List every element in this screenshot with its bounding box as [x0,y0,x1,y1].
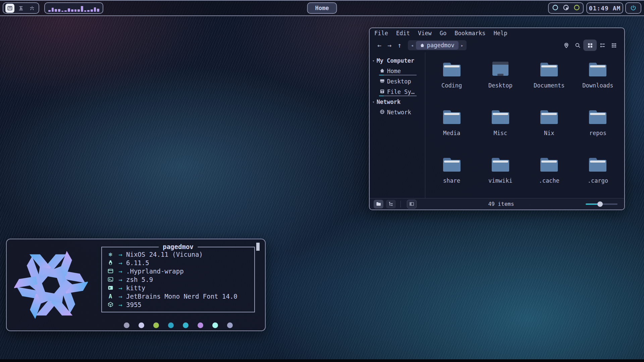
zoom-slider-knob[interactable] [597,201,603,207]
visualizer-bar-8 [74,9,77,12]
folder-label: Media [443,130,460,136]
power-icon [630,5,637,11]
folder-desktop[interactable]: Desktop [476,57,525,105]
folder-share[interactable]: share [427,152,476,200]
visualizer-bar-9 [77,9,80,12]
sidebar-item-desktop[interactable]: Desktop [370,76,425,86]
font-icon: A [106,293,115,300]
path-scroll-left-icon[interactable]: ◂ [409,43,416,48]
folder-label: Coding [441,82,462,89]
menu-view[interactable]: View [418,30,432,37]
terminal-color-palette [101,322,255,328]
menu-bookmarks[interactable]: Bookmarks [454,30,485,37]
path-bar: ◂ pagedmov ▸ [408,40,467,50]
folder-repos[interactable]: repos [574,105,622,152]
shell-icon [106,277,115,282]
fetch-row-wm: →.Hyprland-wrapp [106,267,254,275]
folder-icon [442,105,462,126]
wm-icon [106,268,115,274]
compact-view-button[interactable] [608,40,620,51]
toggle-sidepane-button[interactable] [407,200,417,208]
nixos-logo [14,248,88,322]
workspace-六[interactable] [28,4,37,13]
breadcrumb[interactable]: pagedmov [416,41,459,50]
sidebar-item-filesy[interactable]: File Sy… [370,86,425,97]
hostname: pagedmov [159,243,198,250]
folder-downloads[interactable]: Downloads [574,57,622,105]
items-count: 49 items [419,201,583,207]
arrow-icon: → [115,259,126,266]
fetch-row-shell: →zsh 5.9 [106,275,254,284]
path-scroll-right-icon[interactable]: ▸ [459,43,466,48]
status-bar: 49 items [370,198,624,209]
tree-pane-button[interactable] [386,200,396,208]
sidebar-section-my-computer[interactable]: ▾My Computer [370,56,425,66]
sidebar-section-network[interactable]: ▾Network [370,97,425,107]
folder-dot-cargo[interactable]: .cargo [574,152,622,200]
terminal-window[interactable]: pagedmov ❄→NixOS 24.11 (Vicuna)→6.11.5→.… [6,239,266,331]
list-view-button[interactable] [597,40,608,51]
tray-ring-cyan[interactable] [552,4,558,12]
folder-documents[interactable]: Documents [525,57,574,105]
kernel-icon [106,260,115,265]
fetch-row-term: →kitty [106,284,254,292]
folder-icon [442,57,462,78]
forward-button[interactable]: → [384,41,394,49]
arrow-icon: → [115,251,126,258]
nix-icon: ❄ [106,251,115,258]
folder-misc[interactable]: Misc [476,105,525,152]
power-button[interactable] [625,2,641,14]
up-button[interactable]: ↑ [394,41,405,49]
palette-dot-5 [198,322,203,328]
workspace-四-active[interactable] [5,4,14,13]
palette-dot-6 [212,322,218,328]
sidebar-item-network[interactable]: Network [370,107,425,117]
drive-icon [380,88,385,95]
places-pane-button[interactable] [374,200,383,208]
arrow-icon: → [115,293,126,300]
folder-icon [539,57,559,78]
visualizer-bars [48,4,99,12]
fetch-row-nix: ❄→NixOS 24.11 (Vicuna) [106,250,254,258]
audio-visualizer [44,2,103,14]
menu-help[interactable]: Help [493,30,507,37]
visualizer-bar-12 [87,10,90,12]
icon-view-button[interactable] [583,40,597,51]
visualizer-bar-0 [48,10,51,12]
visualizer-bar-14 [94,7,96,12]
folder-label: Nix [544,130,554,136]
fastfetch-panel: pagedmov ❄→NixOS 24.11 (Vicuna)→6.11.5→.… [101,247,255,312]
workspace-五[interactable] [16,4,25,13]
folder-media[interactable]: Media [427,105,476,152]
sidebar-item-home[interactable]: Home [370,66,425,76]
fetch-value: zsh 5.9 [126,276,153,283]
terminal-cursor [256,243,260,251]
visualizer-bar-2 [55,9,57,12]
folder-coding[interactable]: Coding [427,57,476,105]
active-window-title[interactable]: Home [307,2,337,14]
tray-ring-green[interactable] [574,4,580,12]
collapse-triangle-icon: ▾ [372,100,375,104]
menu-file[interactable]: File [374,30,388,37]
menu-edit[interactable]: Edit [396,30,410,37]
term-icon [106,285,115,291]
tray-pie-lavender[interactable] [563,4,569,12]
palette-dot-2 [153,322,159,328]
folder-nix[interactable]: Nix [525,105,574,152]
globe-icon [380,109,385,116]
search-icon[interactable] [572,40,583,51]
folder-icon [539,152,559,174]
menu-go[interactable]: Go [440,30,446,37]
back-button[interactable]: ← [374,41,384,49]
visualizer-bar-7 [71,9,73,12]
desktop-icon [491,57,510,78]
folder-label: .cache [539,177,559,184]
folder-dot-cache[interactable]: .cache [525,152,574,200]
location-pin-icon[interactable] [560,40,572,51]
folder-icon [491,152,510,174]
fetch-value: .Hyprland-wrapp [126,267,184,275]
file-manager-window: FileEditViewGoBookmarksHelp ← → ↑ ◂ page… [369,27,625,210]
toolbar: ← → ↑ ◂ pagedmov ▸ [370,38,624,52]
folder-vimwiki[interactable]: vimwiki [476,152,525,200]
zoom-slider[interactable] [586,201,618,207]
